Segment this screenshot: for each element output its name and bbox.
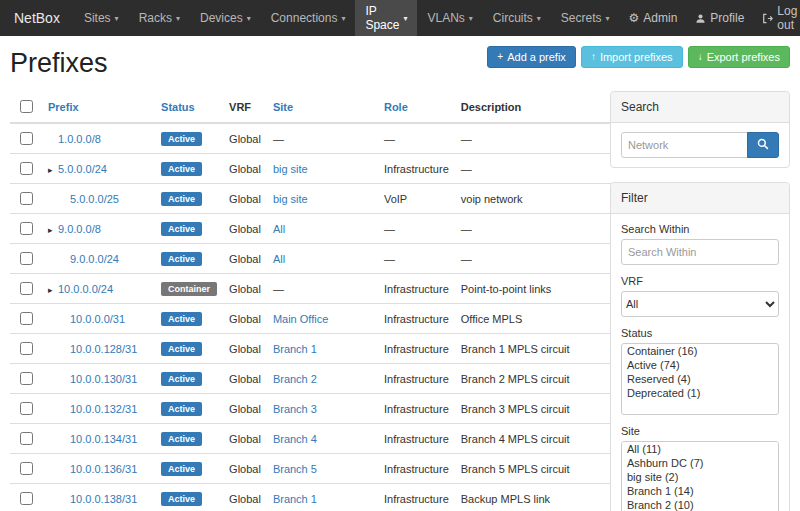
prefix-link[interactable]: 10.0.0.136/31	[70, 463, 137, 475]
listbox-option[interactable]: Reserved (4)	[622, 372, 778, 386]
vrf-cell: Global	[223, 484, 267, 511]
sort-site-header[interactable]: Site	[273, 101, 293, 113]
listbox-option[interactable]: All (11)	[622, 442, 778, 456]
prefix-link[interactable]: 10.0.0.128/31	[70, 343, 137, 355]
chevron-down-icon: ▾	[247, 14, 251, 23]
status-listbox[interactable]: Container (16)Active (74)Reserved (4)Dep…	[621, 343, 779, 415]
prefix-link[interactable]: 10.0.0.132/31	[70, 403, 137, 415]
prefix-link[interactable]: 10.0.0.134/31	[70, 433, 137, 445]
row-checkbox[interactable]	[20, 492, 33, 505]
row-checkbox[interactable]	[20, 192, 33, 205]
row-checkbox[interactable]	[20, 252, 33, 265]
vrf-cell: Global	[223, 304, 267, 334]
site-link[interactable]: Branch 2	[273, 373, 317, 385]
site-link[interactable]: Branch 4	[273, 433, 317, 445]
vrf-cell: Global	[223, 123, 267, 154]
site-link[interactable]: All	[273, 253, 285, 265]
row-checkbox[interactable]	[20, 372, 33, 385]
site-link[interactable]: Branch 3	[273, 403, 317, 415]
listbox-option[interactable]: Container (16)	[622, 344, 778, 358]
admin-link[interactable]: ⚙ Admin	[620, 0, 687, 36]
nav-item-devices[interactable]: Devices ▾	[190, 0, 261, 36]
nav-item-sites[interactable]: Sites ▾	[74, 0, 129, 36]
prefix-link[interactable]: 1.0.0.0/8	[58, 133, 101, 145]
site-link[interactable]: Branch 5	[273, 463, 317, 475]
sort-prefix-header[interactable]: Prefix	[48, 101, 79, 113]
prefix-link[interactable]: 10.0.0.138/31	[70, 493, 137, 505]
status-badge: Active	[161, 252, 202, 266]
listbox-option[interactable]: Ashburn DC (7)	[622, 456, 778, 470]
nav-item-ip-space[interactable]: IP Space ▾	[355, 0, 417, 36]
row-checkbox[interactable]	[20, 282, 33, 295]
status-badge: Active	[161, 372, 202, 386]
row-checkbox[interactable]	[20, 342, 33, 355]
sort-role-header[interactable]: Role	[384, 101, 408, 113]
admin-label: Admin	[643, 11, 677, 25]
status-badge: Container	[161, 282, 217, 296]
logout-label: Log out	[777, 4, 797, 32]
row-checkbox[interactable]	[20, 432, 33, 445]
nav-item-circuits[interactable]: Circuits ▾	[483, 0, 551, 36]
site-listbox[interactable]: All (11)Ashburn DC (7)big site (2)Branch…	[621, 441, 779, 511]
listbox-option[interactable]: Branch 1 (14)	[622, 484, 778, 498]
logout-link[interactable]: Log out	[753, 0, 800, 36]
table-header-row: Prefix Status VRF Site Role Description	[10, 91, 651, 123]
nav-item-secrets[interactable]: Secrets ▾	[551, 0, 620, 36]
table-row: ▸9.0.0.0/8 Active Global All — —	[10, 214, 651, 244]
search-input[interactable]	[621, 132, 748, 158]
chevron-down-icon: ▾	[537, 14, 541, 23]
expand-arrow-icon: ▸	[48, 165, 56, 175]
status-badge: Active	[161, 402, 202, 416]
site-link[interactable]: Main Office	[273, 313, 328, 325]
site-link[interactable]: big site	[273, 163, 308, 175]
role-cell: Infrastructure	[378, 484, 455, 511]
site-link[interactable]: All	[273, 223, 285, 235]
prefix-link[interactable]: 9.0.0.0/24	[70, 253, 119, 265]
row-checkbox[interactable]	[20, 132, 33, 145]
sort-status-header[interactable]: Status	[161, 101, 195, 113]
vrf-select[interactable]: All	[621, 291, 779, 317]
search-button[interactable]	[747, 132, 779, 158]
prefix-link[interactable]: 5.0.0.0/25	[70, 193, 119, 205]
prefix-link[interactable]: 10.0.0.130/31	[70, 373, 137, 385]
row-checkbox[interactable]	[20, 462, 33, 475]
indent-spacer	[48, 382, 60, 383]
role-cell: —	[378, 214, 455, 244]
prefix-link[interactable]: 10.0.0.0/31	[70, 313, 125, 325]
listbox-option[interactable]: Branch 2 (10)	[622, 498, 778, 511]
select-all-checkbox[interactable]	[20, 100, 33, 113]
import-prefixes-button[interactable]: ↑ Import prefixes	[581, 46, 683, 68]
nav-item-label: Circuits	[493, 11, 533, 25]
add-prefix-button[interactable]: + Add a prefix	[487, 46, 576, 68]
row-checkbox[interactable]	[20, 402, 33, 415]
listbox-option[interactable]: Deprecated (1)	[622, 386, 778, 400]
status-badge: Active	[161, 432, 202, 446]
site-link[interactable]: Branch 1	[273, 343, 317, 355]
row-checkbox[interactable]	[20, 162, 33, 175]
listbox-option[interactable]: Active (74)	[622, 358, 778, 372]
nav-item-label: Devices	[200, 11, 243, 25]
app-logo[interactable]: NetBox	[0, 0, 74, 36]
nav-item-racks[interactable]: Racks ▾	[129, 0, 190, 36]
table-row: 9.0.0.0/24 Active Global All — —	[10, 244, 651, 274]
row-checkbox[interactable]	[20, 312, 33, 325]
page-actions: + Add a prefix ↑ Import prefixes ↓ Expor…	[487, 46, 790, 68]
top-navbar: NetBox Sites ▾ Racks ▾ Devices ▾ Connect…	[0, 0, 800, 36]
prefix-link[interactable]: 9.0.0.0/8	[58, 223, 101, 235]
nav-item-connections[interactable]: Connections ▾	[261, 0, 356, 36]
listbox-option[interactable]: big site (2)	[622, 470, 778, 484]
chevron-down-icon: ▾	[469, 14, 473, 23]
search-panel-title: Search	[611, 92, 789, 123]
nav-item-vlans[interactable]: VLANs ▾	[417, 0, 482, 36]
status-badge: Active	[161, 312, 202, 326]
site-link[interactable]: big site	[273, 193, 308, 205]
site-link[interactable]: Branch 1	[273, 493, 317, 505]
role-cell: Infrastructure	[378, 304, 455, 334]
export-prefixes-button[interactable]: ↓ Export prefixes	[688, 46, 790, 68]
search-within-input[interactable]	[621, 239, 779, 265]
row-checkbox[interactable]	[20, 222, 33, 235]
prefix-link[interactable]: 10.0.0.0/24	[58, 283, 113, 295]
table-row: 10.0.0.136/31 Active Global Branch 5 Inf…	[10, 454, 651, 484]
prefix-link[interactable]: 5.0.0.0/24	[58, 163, 107, 175]
profile-link[interactable]: Profile	[686, 0, 753, 36]
